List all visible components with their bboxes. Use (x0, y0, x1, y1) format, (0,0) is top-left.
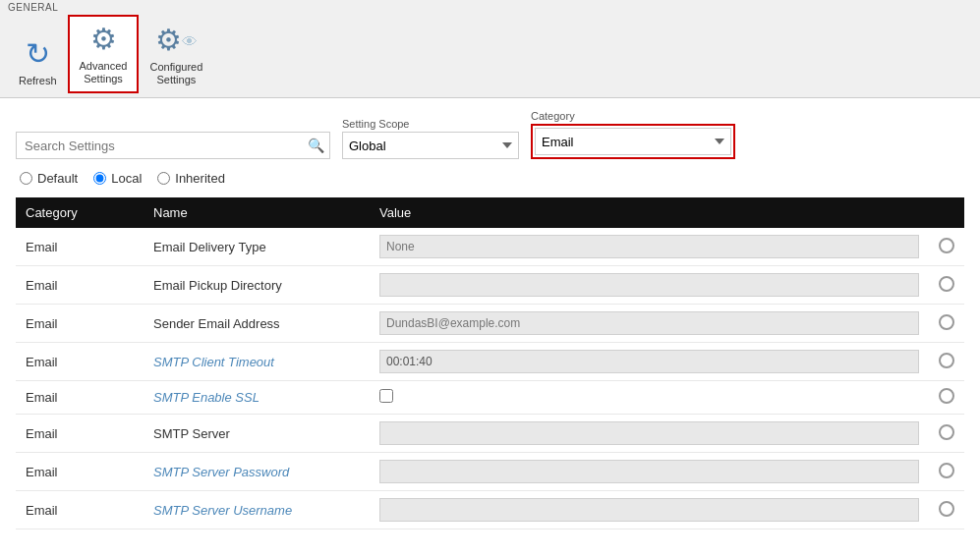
radio-row: Default Local Inherited (16, 171, 964, 186)
row-radio-circle[interactable] (939, 353, 954, 368)
refresh-icon: ↻ (26, 36, 50, 71)
scope-label: Setting Scope (342, 118, 519, 130)
cell-radio (929, 453, 964, 491)
value-input[interactable] (379, 350, 919, 373)
value-input[interactable] (379, 498, 919, 522)
cell-radio (929, 415, 964, 453)
toolbar: GENERAL ↻ Refresh ⚙ AdvancedSettings ⚙👁 … (0, 0, 980, 98)
cell-radio (929, 305, 964, 343)
cell-name: SMTP Server Username (144, 491, 370, 529)
col-header-value: Value (370, 197, 929, 228)
cell-name: Sender Email Address (144, 305, 370, 343)
row-radio-circle[interactable] (939, 388, 954, 404)
row-radio-circle[interactable] (939, 314, 954, 330)
search-input[interactable] (16, 132, 330, 159)
radio-default[interactable]: Default (20, 171, 78, 186)
advanced-settings-button[interactable]: ⚙ AdvancedSettings (68, 15, 140, 93)
search-icon[interactable]: 🔍 (308, 138, 324, 153)
configured-settings-button[interactable]: ⚙👁 ConfiguredSettings (139, 15, 213, 93)
category-select[interactable]: Email General Security Display (535, 128, 731, 155)
cell-category: Email (16, 453, 144, 491)
value-input[interactable] (379, 421, 919, 445)
table-header-row: Category Name Value (16, 197, 964, 228)
category-filter-group: Category Email General Security Display (531, 110, 735, 159)
advanced-settings-label: AdvancedSettings (80, 60, 128, 85)
cell-value (370, 415, 929, 453)
radio-local-label: Local (111, 171, 142, 186)
cell-value (370, 266, 929, 305)
value-input[interactable] (379, 460, 919, 483)
configured-settings-icon: ⚙👁 (155, 23, 198, 57)
cell-category: Email (16, 228, 144, 266)
table-row: EmailEmail Pickup Directory (16, 266, 964, 305)
cell-category: Email (16, 266, 144, 305)
cell-radio (929, 266, 964, 305)
value-input[interactable] (379, 235, 919, 258)
value-input[interactable] (379, 311, 919, 335)
row-radio-circle[interactable] (939, 424, 954, 440)
cell-name: SMTP Enable SSL (144, 381, 370, 415)
scope-select[interactable]: Global Local Default (342, 132, 519, 159)
radio-inherited-input[interactable] (157, 172, 170, 185)
cell-radio (929, 491, 964, 529)
cell-name: SMTP Client Timeout (144, 343, 370, 381)
cell-value (370, 381, 929, 415)
table-row: EmailSMTP Server Username (16, 491, 964, 529)
cell-name: SMTP Server Password (144, 453, 370, 491)
cell-category: Email (16, 415, 144, 453)
table-row: EmailSMTP Enable SSL (16, 381, 964, 415)
radio-local-input[interactable] (93, 172, 106, 185)
search-box: 🔍 (16, 132, 330, 159)
cell-name: Email Delivery Type (144, 228, 370, 266)
row-radio-circle[interactable] (939, 238, 954, 253)
toolbar-section-label: GENERAL (8, 2, 58, 13)
radio-default-label: Default (37, 171, 78, 186)
row-radio-circle[interactable] (939, 276, 954, 292)
cell-category: Email (16, 491, 144, 529)
radio-inherited[interactable]: Inherited (157, 171, 225, 186)
radio-local[interactable]: Local (93, 171, 142, 186)
table-row: EmailSMTP Client Timeout (16, 343, 964, 381)
cell-category: Email (16, 381, 144, 415)
advanced-settings-icon: ⚙ (90, 22, 117, 56)
col-header-name: Name (144, 197, 370, 228)
refresh-button[interactable]: ↻ Refresh (8, 15, 68, 93)
cell-value (370, 491, 929, 529)
radio-inherited-label: Inherited (175, 171, 225, 186)
col-header-radio (929, 197, 964, 228)
cell-value (370, 453, 929, 491)
col-header-category: Category (16, 197, 144, 228)
cell-value (370, 228, 929, 266)
filters-row: 🔍 Setting Scope Global Local Default Cat… (16, 110, 964, 159)
cell-name: SMTP Server (144, 415, 370, 453)
row-radio-circle[interactable] (939, 463, 954, 478)
cell-category: Email (16, 305, 144, 343)
cell-name: Email Pickup Directory (144, 266, 370, 305)
category-wrapper: Email General Security Display (531, 124, 735, 159)
scope-filter-group: Setting Scope Global Local Default (342, 118, 519, 159)
content-area: 🔍 Setting Scope Global Local Default Cat… (0, 98, 980, 541)
cell-radio (929, 228, 964, 266)
cell-value (370, 343, 929, 381)
toolbar-group-general: GENERAL ↻ Refresh ⚙ AdvancedSettings ⚙👁 … (8, 2, 213, 93)
toolbar-items: ↻ Refresh ⚙ AdvancedSettings ⚙👁 Configur… (8, 15, 213, 93)
table-row: EmailSMTP Server (16, 415, 964, 453)
configured-settings-label: ConfiguredSettings (149, 61, 202, 86)
cell-category: Email (16, 343, 144, 381)
value-checkbox[interactable] (379, 389, 393, 403)
cell-value (370, 305, 929, 343)
radio-default-input[interactable] (20, 172, 32, 185)
value-input[interactable] (379, 273, 919, 297)
settings-table: Category Name Value EmailEmail Delivery … (16, 197, 964, 529)
table-row: EmailSMTP Server Password (16, 453, 964, 491)
table-row: EmailEmail Delivery Type (16, 228, 964, 266)
table-row: EmailSender Email Address (16, 305, 964, 343)
row-radio-circle[interactable] (939, 501, 954, 517)
refresh-label: Refresh (19, 75, 57, 86)
cell-radio (929, 381, 964, 415)
cell-radio (929, 343, 964, 381)
category-label: Category (531, 110, 735, 122)
